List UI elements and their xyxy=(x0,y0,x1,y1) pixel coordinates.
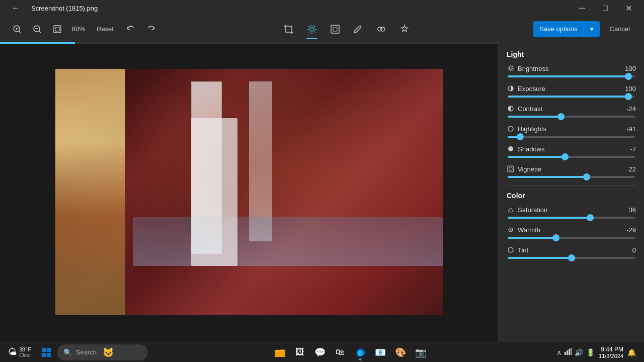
notification-icon[interactable]: 🔔 xyxy=(627,348,636,356)
filter-tool[interactable] xyxy=(372,20,391,39)
svg-line-29 xyxy=(512,66,513,67)
vignette-slider-row: Vignette 22 xyxy=(507,165,636,178)
tint-track[interactable] xyxy=(508,257,635,259)
svg-line-17 xyxy=(309,31,310,32)
taskbar-app-photos[interactable]: 🖼 xyxy=(291,343,309,361)
frame-tool[interactable] xyxy=(326,20,345,39)
titlebar: ← Screenshot (1815).png ─ □ ✕ xyxy=(0,0,644,16)
svg-point-22 xyxy=(509,67,512,70)
vignette-icon xyxy=(507,165,515,173)
weather-temp: 38°F xyxy=(19,346,31,352)
clock-date: 11/3/2024 xyxy=(599,353,623,359)
network-icon[interactable] xyxy=(565,348,572,356)
taskbar-app-outlook[interactable]: 📧 xyxy=(371,343,389,361)
reset-button[interactable]: Reset xyxy=(91,23,120,35)
zoom-in-button[interactable] xyxy=(8,20,26,38)
undo-button[interactable] xyxy=(122,20,140,38)
close-button[interactable]: ✕ xyxy=(617,0,640,16)
taskbar-search-box[interactable]: 🔍 Search 🐱 xyxy=(57,344,148,360)
search-assistant-icon: 🐱 xyxy=(103,347,114,358)
back-button[interactable]: ← xyxy=(4,0,27,16)
taskbar-app-photos2[interactable]: 📷 xyxy=(412,343,430,361)
contrast-value: -24 xyxy=(626,105,636,113)
saturation-value: 36 xyxy=(629,206,636,214)
svg-line-6 xyxy=(39,31,41,33)
brightness-value: 100 xyxy=(625,65,636,72)
markup-tool[interactable] xyxy=(349,20,368,39)
volume-icon[interactable]: 🔊 xyxy=(575,348,583,356)
right-panel: Light xyxy=(498,42,644,342)
svg-rect-41 xyxy=(47,348,51,352)
svg-rect-42 xyxy=(42,353,46,357)
svg-rect-48 xyxy=(569,349,570,355)
taskbar: 🌤 38°F Clear 🔍 Search 🐱 🖼 💬 🛍 xyxy=(0,342,644,362)
taskbar-app-mail[interactable]: 💬 xyxy=(311,343,329,361)
light-tool[interactable] xyxy=(302,20,321,39)
brightness-label: Brightness xyxy=(518,65,548,72)
brightness-track[interactable] xyxy=(508,75,635,77)
svg-point-21 xyxy=(381,27,385,31)
warmth-label: Warmth xyxy=(518,226,540,234)
progress-bar xyxy=(0,42,75,44)
start-button[interactable] xyxy=(37,343,55,361)
redo-button[interactable] xyxy=(142,20,160,38)
svg-rect-35 xyxy=(508,166,514,172)
taskbar-app-edge[interactable] xyxy=(351,343,369,361)
svg-rect-46 xyxy=(565,352,566,355)
battery-icon[interactable]: 🔋 xyxy=(586,348,595,356)
svg-point-38 xyxy=(510,229,512,231)
warmth-track[interactable] xyxy=(508,237,635,239)
saturation-track[interactable] xyxy=(508,217,635,219)
effects-tool[interactable] xyxy=(395,20,414,39)
svg-line-28 xyxy=(512,70,513,70)
highlights-icon xyxy=(507,125,515,133)
svg-line-27 xyxy=(509,66,509,67)
cancel-button[interactable]: Cancel xyxy=(604,21,636,37)
zoom-controls: 80% Reset xyxy=(8,20,160,38)
chevron-icon[interactable]: ▾ xyxy=(584,21,600,37)
crop-tool[interactable] xyxy=(279,20,298,39)
titlebar-title: Screenshot (1815).png xyxy=(31,5,98,12)
vignette-value: 22 xyxy=(629,165,636,173)
shadows-slider-row: Shadows -7 xyxy=(507,145,636,158)
fit-button[interactable] xyxy=(48,20,66,38)
svg-line-16 xyxy=(314,26,315,27)
tray-chevron-icon[interactable]: ∧ xyxy=(556,348,561,356)
main-area: Light xyxy=(0,42,644,342)
exposure-icon xyxy=(507,84,515,93)
shadows-value: -7 xyxy=(630,145,636,153)
warmth-value: -29 xyxy=(626,226,636,234)
color-section-title: Color xyxy=(507,192,636,200)
svg-line-14 xyxy=(309,26,310,27)
search-label: Search xyxy=(76,348,97,356)
contrast-label: Contrast xyxy=(518,105,542,113)
weather-condition: Clear xyxy=(19,352,31,358)
tint-slider-row: Tint 0 xyxy=(507,246,636,259)
taskbar-app-copilot[interactable]: 🎨 xyxy=(391,343,410,361)
saturation-slider-row: Saturation 36 xyxy=(507,206,636,219)
highlights-track[interactable] xyxy=(508,136,635,138)
svg-point-39 xyxy=(508,247,513,252)
svg-rect-47 xyxy=(567,350,568,355)
zoom-value: 80% xyxy=(68,25,89,33)
clock[interactable]: 9:44 PM 11/3/2024 xyxy=(599,346,623,359)
weather-widget[interactable]: 🌤 38°F Clear xyxy=(4,342,35,362)
zoom-out-button[interactable] xyxy=(28,20,46,38)
highlights-slider-row: Highlights -91 xyxy=(507,125,636,138)
taskbar-app-explorer[interactable] xyxy=(271,343,289,361)
exposure-track[interactable] xyxy=(508,96,635,98)
exposure-value: 100 xyxy=(625,85,636,93)
shadows-icon xyxy=(507,145,515,153)
taskbar-app-store[interactable]: 🛍 xyxy=(331,343,349,361)
maximize-button[interactable]: □ xyxy=(594,0,617,16)
brightness-icon xyxy=(507,64,515,72)
shadows-track[interactable] xyxy=(508,156,635,158)
svg-line-3 xyxy=(19,31,21,33)
toolbar-right: Save options ▾ Cancel xyxy=(533,21,636,37)
save-options-button[interactable]: Save options ▾ xyxy=(533,21,599,37)
system-tray: ∧ 🔊 🔋 xyxy=(556,348,595,356)
contrast-track[interactable] xyxy=(508,116,635,118)
minimize-button[interactable]: ─ xyxy=(571,0,594,16)
tint-label: Tint xyxy=(518,246,528,254)
vignette-track[interactable] xyxy=(508,176,635,178)
